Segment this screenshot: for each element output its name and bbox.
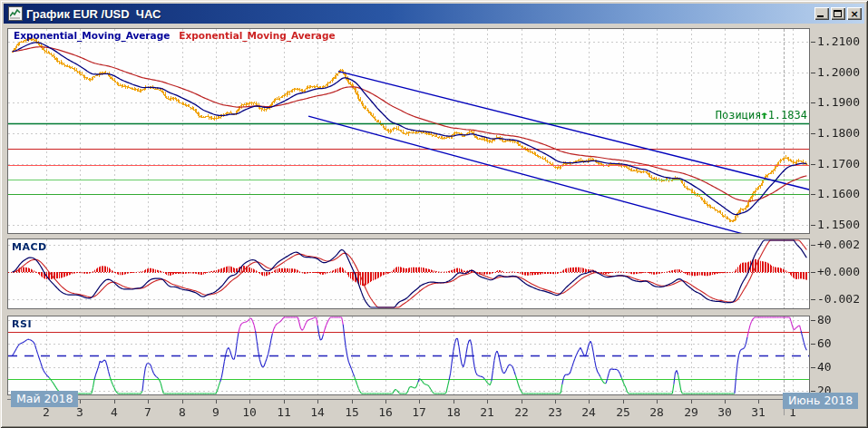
minimize-icon (817, 15, 824, 17)
month-badge-june: Июнь 2018 (783, 393, 858, 409)
date-axis-tick (317, 400, 318, 404)
y-axis-tick (811, 391, 815, 392)
date-axis-label: 22 (514, 405, 529, 419)
date-axis-tick (522, 400, 522, 404)
y-axis-label: +0.002 (817, 238, 860, 251)
date-axis-label: 15 (345, 405, 359, 419)
y-axis-label: 1.1900 (817, 95, 860, 109)
y-axis-tick (811, 194, 815, 195)
ema-slow-label: Exponential_Moving_Average (179, 30, 335, 41)
date-axis-tick (555, 400, 556, 404)
position-up-arrow-icon: ↑ (760, 109, 770, 122)
position-annotation[interactable]: Позиция↑1.1834 (716, 109, 807, 122)
y-axis-label: -0.002 (817, 292, 860, 306)
position-label: Позиция (716, 109, 762, 122)
y-axis-label: 1.1600 (817, 187, 860, 200)
date-axis-tick (249, 400, 250, 404)
y-axis-label: 1.1700 (817, 157, 860, 170)
date-axis-tick (657, 400, 658, 404)
y-axis-tick (811, 73, 815, 73)
maximize-button[interactable] (831, 7, 845, 20)
y-axis-label: 80 (817, 313, 832, 326)
date-axis-tick (758, 400, 759, 404)
date-axis-label: 23 (548, 405, 562, 419)
y-axis-label: +0.000 (817, 265, 860, 278)
date-axis-label: 14 (310, 405, 325, 419)
date-axis-tick (352, 400, 353, 404)
chart-app-icon (8, 6, 23, 21)
date-axis-label: 10 (242, 405, 257, 419)
macd-chart-canvas[interactable] (7, 238, 810, 309)
ema-fast-label: Exponential_Moving_Average (14, 30, 170, 41)
date-axis-label: 31 (751, 405, 766, 419)
minimize-button[interactable] (814, 7, 829, 20)
date-axis-label: 24 (581, 405, 596, 419)
y-axis-tick (811, 164, 815, 165)
y-axis-label: 40 (817, 360, 832, 374)
window-title: График EUR /USD ЧАС (26, 7, 161, 21)
date-axis-tick (487, 400, 488, 404)
close-icon: × (850, 8, 858, 20)
date-axis-label: 11 (277, 405, 291, 419)
date-axis-tick (284, 400, 285, 404)
rsi-label: RSI (12, 318, 32, 330)
date-axis-label: 3 (76, 405, 83, 419)
title-bar[interactable]: График EUR /USD ЧАС × (4, 4, 864, 24)
month-badge-may: Май 2018 (11, 391, 78, 407)
y-axis-tick (811, 299, 815, 300)
date-axis-label: 18 (446, 405, 461, 419)
date-axis-tick (623, 400, 624, 404)
maximize-icon (834, 10, 842, 17)
y-axis-tick (811, 245, 815, 246)
date-axis-tick (182, 400, 183, 404)
date-axis-tick (114, 400, 115, 404)
chart-window: График EUR /USD ЧАС × Exponential_Moving… (0, 0, 868, 428)
date-axis-tick (419, 400, 420, 404)
y-axis-tick (811, 320, 815, 321)
y-axis-tick (811, 102, 815, 103)
y-axis-label: 1.1500 (817, 218, 860, 231)
y-axis-tick (811, 367, 815, 368)
date-axis-label: 28 (649, 405, 664, 419)
date-axis-tick (454, 400, 454, 404)
y-axis-label: 1.2100 (817, 34, 860, 48)
date-axis-label: 21 (480, 405, 494, 419)
date-axis-tick (385, 400, 386, 404)
rsi-chart-canvas[interactable] (7, 316, 810, 395)
date-axis-line (7, 399, 810, 400)
date-axis-tick (725, 400, 726, 404)
date-axis-label: 9 (212, 405, 219, 419)
date-axis-tick (216, 400, 217, 404)
date-axis-label: 17 (412, 405, 426, 419)
date-axis-tick (148, 400, 149, 404)
date-axis-tick (589, 400, 590, 404)
close-button[interactable]: × (847, 7, 862, 20)
date-axis-label: 25 (616, 405, 630, 419)
y-axis-label: 60 (817, 336, 832, 350)
date-axis-label: 29 (684, 405, 698, 419)
date-axis-tick (691, 400, 692, 404)
y-axis-label: 1.1800 (817, 126, 860, 140)
date-axis-tick (80, 400, 81, 404)
date-axis-label: 8 (179, 405, 186, 419)
date-axis-label: 2 (43, 405, 50, 419)
price-chart-canvas[interactable] (7, 28, 810, 234)
macd-label: MACD (12, 241, 47, 253)
y-axis-tick (811, 272, 815, 273)
y-axis-label: 1.2000 (817, 65, 860, 79)
date-axis-label: 4 (111, 405, 118, 419)
y-axis-tick (811, 133, 815, 134)
date-axis-label: 16 (378, 405, 393, 419)
window-controls: × (814, 7, 862, 20)
y-axis-tick (811, 42, 815, 43)
date-axis-label: 30 (717, 405, 732, 419)
y-axis-tick (811, 225, 815, 226)
date-axis-label: 7 (144, 405, 151, 419)
position-price: 1.1834 (768, 109, 807, 122)
y-axis-tick (811, 344, 815, 345)
ema-legend: Exponential_Moving_AverageExponential_Mo… (14, 30, 336, 41)
